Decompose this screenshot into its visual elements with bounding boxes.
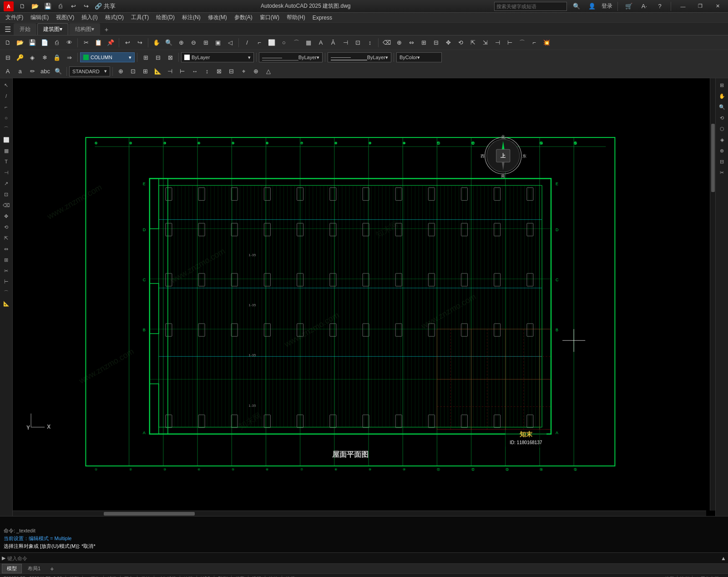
menu-draw[interactable]: 绘图(D) <box>152 13 178 23</box>
undo-btn[interactable]: ↩ <box>67 0 79 12</box>
menu-format[interactable]: 格式(O) <box>101 13 127 23</box>
dim-btn[interactable]: ⊣ <box>339 37 351 49</box>
leader-tool[interactable]: ↗ <box>1 178 11 188</box>
annot13[interactable]: △ <box>263 66 274 77</box>
undo-btn2[interactable]: ↩ <box>121 37 133 49</box>
horizontal-scrollbar[interactable] <box>13 511 706 516</box>
fillet-btn[interactable]: ⌒ <box>516 37 528 49</box>
text-btn[interactable]: A <box>315 37 327 49</box>
panel-toggle[interactable]: ☰ <box>2 23 14 35</box>
menu-modify[interactable]: 修改(M) <box>204 13 231 23</box>
share-btn[interactable]: 🔗 共享 <box>93 0 117 12</box>
copy-btn[interactable]: 📋 <box>92 37 104 49</box>
login-text[interactable]: 登录 <box>602 2 612 10</box>
tab-architecture[interactable]: 建筑图▾ <box>37 23 68 35</box>
tab-model[interactable]: 模型 <box>2 564 22 573</box>
new-tab-button[interactable]: + <box>101 24 112 35</box>
linetype-dropdown[interactable]: ———— ByLayer ▾ <box>259 52 323 62</box>
viewport-tool[interactable]: ⊞ <box>717 80 727 90</box>
vertical-scrollbar[interactable] <box>710 78 715 511</box>
restore-button[interactable]: ❐ <box>693 1 707 11</box>
layer-props-btn[interactable]: 🔑 <box>14 51 26 63</box>
open-file-btn[interactable]: 📂 <box>14 37 26 49</box>
textedit-tool[interactable]: ✏ <box>26 66 38 77</box>
help-icon[interactable]: ? <box>654 0 666 12</box>
clip-tool[interactable]: ✂ <box>717 167 727 177</box>
section-tool[interactable]: ⊟ <box>717 157 727 167</box>
window-btn[interactable]: ▣ <box>212 37 224 49</box>
menu-help[interactable]: 帮助(H) <box>283 13 309 23</box>
hatch-btn[interactable]: ▦ <box>303 37 314 49</box>
rect-btn[interactable]: ⬜ <box>266 37 278 49</box>
layer-extra1[interactable]: ⊞ <box>140 51 152 63</box>
trans-toggle[interactable]: 透明 <box>252 576 261 577</box>
annot9[interactable]: ⊠ <box>213 66 225 77</box>
drawing-canvas-area[interactable]: www.znzmo.com www.znzmo.com www.znzmo.co… <box>13 78 715 516</box>
scale-tool[interactable]: ⇱ <box>1 233 11 243</box>
annot1[interactable]: ⊕ <box>115 66 127 77</box>
select-tool[interactable]: ↖ <box>1 80 11 90</box>
arc-btn[interactable]: ⌒ <box>290 37 302 49</box>
circle-tool[interactable]: ○ <box>1 113 11 123</box>
annot5[interactable]: ⊣ <box>164 66 176 77</box>
tab-start[interactable]: 开始 <box>14 23 36 35</box>
arc-tool[interactable]: ⌒ <box>1 124 11 134</box>
anno-toggle[interactable]: 注释 <box>665 576 674 577</box>
zoomout-btn[interactable]: ⊖ <box>187 37 199 49</box>
search-input[interactable] <box>494 2 567 11</box>
zoomin-btn[interactable]: ⊕ <box>175 37 187 49</box>
quick-toggle[interactable]: 快捷 <box>269 576 278 577</box>
array-btn[interactable]: ⊟ <box>430 37 442 49</box>
command-input[interactable] <box>7 556 719 561</box>
trim-tool[interactable]: ✂ <box>1 266 11 276</box>
style-dropdown[interactable]: STANDARD ▾ <box>69 66 110 76</box>
find-tool[interactable]: 🔍 <box>52 66 64 77</box>
new-file-btn[interactable]: 🗋 <box>2 37 14 49</box>
extend-btn[interactable]: ⊢ <box>504 37 516 49</box>
chamfer-btn[interactable]: ⌐ <box>528 37 540 49</box>
offset-btn[interactable]: ⊞ <box>418 37 430 49</box>
move-btn[interactable]: ✥ <box>442 37 454 49</box>
layer-selector[interactable]: COLUMN ▾ <box>80 52 135 62</box>
layer-iso-btn[interactable]: ◈ <box>26 51 38 63</box>
lw-toggle[interactable]: 线宽 <box>235 576 244 577</box>
new-btn[interactable]: 🗋 <box>16 0 28 12</box>
erase-btn[interactable]: ⌫ <box>381 37 393 49</box>
zoom-right-tool[interactable]: 🔍 <box>717 102 727 112</box>
menu-dimension[interactable]: 标注(N) <box>178 13 204 23</box>
spell-tool[interactable]: abc <box>39 66 52 77</box>
print-btn[interactable]: ⎙ <box>55 0 66 12</box>
mirror-btn[interactable]: ⇔ <box>405 37 417 49</box>
scale2-btn[interactable]: ⇱ <box>467 37 479 49</box>
3d-tool[interactable]: ⬡ <box>717 124 727 134</box>
redo-btn[interactable]: ↪ <box>80 0 92 12</box>
menu-edit[interactable]: 编辑(E) <box>27 13 52 23</box>
ortho-toggle[interactable]: 正交 <box>124 576 133 577</box>
saveas-file-btn[interactable]: 📄 <box>39 37 51 49</box>
annot3[interactable]: ⊞ <box>140 66 152 77</box>
workspace-toggle[interactable]: ⚙ 工作空间 <box>695 576 719 577</box>
menu-insert[interactable]: 插入(I) <box>78 13 101 23</box>
polar-toggle[interactable]: 极轴 <box>141 576 150 577</box>
fillet-tool[interactable]: ⌒ <box>1 288 11 298</box>
menu-window[interactable]: 窗口(W) <box>256 13 283 23</box>
snap-toggle[interactable]: 捕捉 <box>107 576 116 577</box>
offset-tool[interactable]: ⊞ <box>1 255 11 265</box>
trim-btn[interactable]: ⊣ <box>491 37 503 49</box>
minimize-button[interactable]: — <box>676 1 690 11</box>
new-layout-btn[interactable]: + <box>46 563 57 574</box>
text-tool[interactable]: a <box>14 66 26 77</box>
search-icon[interactable]: 🔍 <box>571 0 582 12</box>
print-file-btn[interactable]: ⎙ <box>51 37 63 49</box>
sel-toggle[interactable]: 选择 <box>286 576 295 577</box>
mtext-tool[interactable]: A <box>2 66 14 77</box>
plotstyle-dropdown[interactable]: ByColor ▾ <box>396 52 442 62</box>
logo-icon[interactable]: A· <box>638 0 650 12</box>
zoom-btn[interactable]: 🔍 <box>163 37 175 49</box>
rotate-tool[interactable]: ⟲ <box>1 222 11 232</box>
visual-tool[interactable]: ⊕ <box>717 146 727 156</box>
user-icon[interactable]: 👤 <box>586 0 598 12</box>
extend-tool[interactable]: ⊢ <box>1 277 11 287</box>
annot7[interactable]: ↔ <box>189 66 201 77</box>
lineweight-dropdown[interactable]: ———— ByLayer ▾ <box>328 52 391 62</box>
